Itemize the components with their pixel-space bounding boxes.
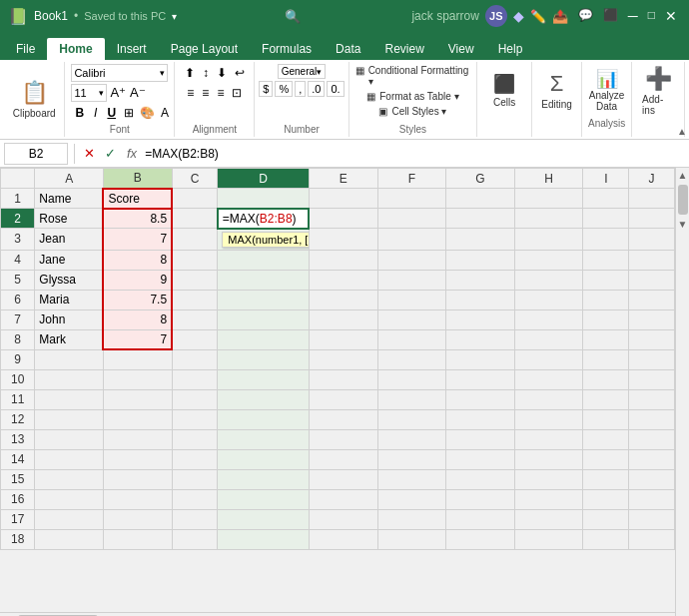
conditional-formatting-btn[interactable]: ▦ Conditional Formatting ▾ xyxy=(355,64,471,88)
cell-j8[interactable] xyxy=(629,329,675,349)
cell-h7[interactable] xyxy=(514,309,583,329)
align-left-btn[interactable]: ≡ xyxy=(184,84,197,102)
font-size-selector[interactable]: 11 ▾ xyxy=(71,84,107,102)
col-header-g[interactable]: G xyxy=(446,169,515,189)
cell-a2[interactable]: Rose xyxy=(35,209,104,229)
cell-a5[interactable]: Glyssa xyxy=(35,270,104,290)
cell-f3[interactable] xyxy=(377,229,446,251)
cell-j7[interactable] xyxy=(629,309,675,329)
cell-reference-input[interactable] xyxy=(4,143,68,165)
col-header-f[interactable]: F xyxy=(377,169,446,189)
merge-btn[interactable]: ⊡ xyxy=(229,84,245,102)
cell-g4[interactable] xyxy=(446,250,515,270)
col-header-j[interactable]: J xyxy=(629,169,675,189)
cell-e1[interactable] xyxy=(309,189,377,209)
align-top-btn[interactable]: ⬆ xyxy=(182,64,198,82)
cell-d3[interactable]: MAX(number1, [number2], ...) xyxy=(218,229,310,251)
align-right-btn[interactable]: ≡ xyxy=(214,84,227,102)
col-header-i[interactable]: I xyxy=(583,169,629,189)
comments-icon[interactable]: 💬 xyxy=(574,8,597,24)
cell-b7[interactable]: 8 xyxy=(103,309,172,329)
v-scroll-up[interactable]: ▲ xyxy=(676,168,689,183)
font-size-dropdown[interactable]: ▾ xyxy=(99,88,104,98)
cell-d6[interactable] xyxy=(218,290,310,309)
cell-b1[interactable]: Score xyxy=(103,189,172,209)
tab-formulas[interactable]: Formulas xyxy=(250,38,324,60)
cell-e3[interactable] xyxy=(309,229,377,251)
cell-a3[interactable]: Jean xyxy=(35,229,104,251)
cell-c1[interactable] xyxy=(172,189,218,209)
wrap-text-btn[interactable]: ↩ xyxy=(232,64,248,82)
cell-f8[interactable] xyxy=(377,329,446,349)
tab-file[interactable]: File xyxy=(4,38,47,60)
cell-j3[interactable] xyxy=(629,229,675,251)
cell-a4[interactable]: Jane xyxy=(35,250,104,270)
format-as-table-btn[interactable]: ▦ Format as Table ▾ xyxy=(366,90,458,103)
cell-g8[interactable] xyxy=(446,329,515,349)
align-middle-btn[interactable]: ↕ xyxy=(200,64,212,82)
currency-btn[interactable]: $ xyxy=(259,81,273,97)
cell-g3[interactable] xyxy=(446,229,515,251)
cell-h8[interactable] xyxy=(514,329,583,349)
cell-e2[interactable] xyxy=(309,209,377,229)
align-bottom-btn[interactable]: ⬇ xyxy=(214,64,230,82)
tab-review[interactable]: Review xyxy=(372,38,435,60)
cell-a7[interactable]: John xyxy=(35,309,104,329)
cell-f6[interactable] xyxy=(377,290,446,309)
tab-data[interactable]: Data xyxy=(324,38,372,60)
cell-b6[interactable]: 7.5 xyxy=(103,290,172,309)
close-btn[interactable]: ✕ xyxy=(661,8,681,24)
number-format-dropdown[interactable]: ▾ xyxy=(317,67,322,77)
minimize-btn[interactable]: ─ xyxy=(624,8,642,24)
cell-c5[interactable] xyxy=(172,270,218,290)
search-icon[interactable]: 🔍 xyxy=(285,9,301,24)
pen-icon[interactable]: ✏️ xyxy=(530,9,546,24)
decimal-increase-btn[interactable]: .0 xyxy=(308,81,325,97)
cell-b3[interactable]: 7 xyxy=(103,229,172,251)
editing-button[interactable]: Σ Editing xyxy=(537,64,576,116)
cell-a8[interactable]: Mark xyxy=(35,329,104,349)
share-icon[interactable]: 📤 xyxy=(552,9,568,24)
font-name-dropdown[interactable]: ▾ xyxy=(160,68,165,78)
align-center-btn[interactable]: ≡ xyxy=(199,84,212,102)
cell-e6[interactable] xyxy=(309,290,377,309)
tab-page-layout[interactable]: Page Layout xyxy=(159,38,250,60)
cell-c3[interactable] xyxy=(172,229,218,251)
cell-i4[interactable] xyxy=(583,250,629,270)
user-avatar[interactable]: JS xyxy=(485,5,507,27)
formula-input[interactable] xyxy=(145,143,685,165)
cell-e7[interactable] xyxy=(309,309,377,329)
cell-i1[interactable] xyxy=(583,189,629,209)
cell-b8[interactable]: 7 xyxy=(103,329,172,349)
cell-a6[interactable]: Maria xyxy=(35,290,104,309)
italic-button[interactable]: I xyxy=(90,104,101,122)
cell-g1[interactable] xyxy=(446,189,515,209)
cell-d7[interactable] xyxy=(218,309,310,329)
cell-e8[interactable] xyxy=(309,329,377,349)
col-header-c[interactable]: C xyxy=(172,169,218,189)
cell-h1[interactable] xyxy=(514,189,583,209)
cell-g2[interactable] xyxy=(446,209,515,229)
cell-c6[interactable] xyxy=(172,290,218,309)
tab-home[interactable]: Home xyxy=(47,38,104,60)
font-increase-btn[interactable]: A⁺ xyxy=(109,84,127,102)
cell-e5[interactable] xyxy=(309,270,377,290)
cell-a1[interactable]: Name xyxy=(35,189,104,209)
cell-i8[interactable] xyxy=(583,329,629,349)
tab-help[interactable]: Help xyxy=(486,38,535,60)
cell-j6[interactable] xyxy=(629,290,675,309)
decimal-decrease-btn[interactable]: 0. xyxy=(327,81,344,97)
cell-i5[interactable] xyxy=(583,270,629,290)
cell-c4[interactable] xyxy=(172,250,218,270)
cell-f5[interactable] xyxy=(377,270,446,290)
underline-button[interactable]: U xyxy=(103,104,120,122)
font-name-selector[interactable]: Calibri ▾ xyxy=(71,64,168,82)
cell-h4[interactable] xyxy=(514,250,583,270)
analyze-data-button[interactable]: 📊 AnalyzeData xyxy=(589,64,625,116)
formula-cancel-btn[interactable]: ✕ xyxy=(81,146,98,161)
cell-c2[interactable] xyxy=(172,209,218,229)
ribbon-toggle-icon[interactable]: ⬛ xyxy=(599,8,622,24)
cell-j1[interactable] xyxy=(629,189,675,209)
percent-btn[interactable]: % xyxy=(275,81,293,97)
v-scroll-thumb[interactable] xyxy=(678,185,688,215)
